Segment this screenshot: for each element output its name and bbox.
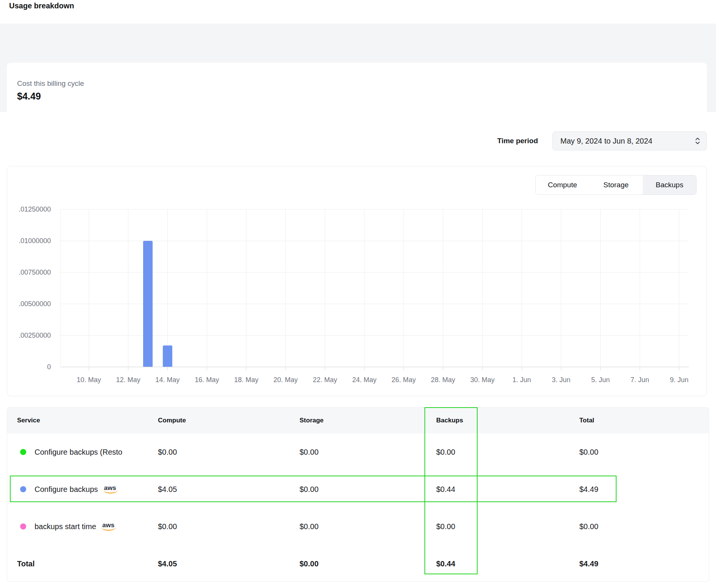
x-axis-tick-label: 20. May (273, 376, 298, 384)
time-period-select[interactable]: May 9, 2024 to Jun 8, 2024 (552, 131, 707, 150)
x-axis-tick-label: 1. Jun (513, 376, 531, 384)
cell-backups: $0.00 (436, 433, 455, 471)
y-axis-tick-label: .01000000 (19, 237, 51, 245)
x-axis-tick-label: 24. May (352, 376, 377, 384)
x-axis-tick-label: 18. May (234, 376, 259, 384)
x-axis-tick-label: 12. May (116, 376, 140, 384)
total-storage: $0.00 (300, 545, 319, 582)
x-axis-tick-label: 26. May (391, 376, 416, 384)
column-header-compute: Compute (158, 408, 186, 433)
tab-storage[interactable]: Storage (589, 175, 643, 194)
usage-table: ServiceComputeStorageBackupsTotal Config… (7, 407, 709, 582)
bar-14-May (163, 346, 172, 367)
cell-total: $4.49 (579, 471, 598, 508)
service-name: Configure backups (Resto (35, 448, 122, 457)
service-cell: backups start timeaws (35, 508, 114, 545)
x-axis-tick-label: 5. Jun (591, 376, 610, 384)
cell-total: $0.00 (579, 508, 598, 545)
service-name: backups start time (35, 522, 96, 531)
chevron-up-down-icon (695, 137, 700, 145)
column-header-service: Service (17, 408, 40, 433)
service-cell: Configure backups (Resto (35, 433, 122, 471)
cell-storage: $0.00 (300, 471, 319, 508)
y-axis-tick-label: .00500000 (19, 300, 51, 308)
cell-backups: $0.44 (436, 471, 455, 508)
service-cell: Configure backupsaws (35, 471, 116, 508)
x-axis-tick-label: 28. May (431, 376, 455, 384)
cell-compute: $4.05 (158, 471, 177, 508)
aws-logo-icon: aws (104, 485, 116, 493)
total-row-label: Total (17, 545, 35, 582)
cell-backups: $0.00 (436, 508, 455, 545)
series-color-dot (20, 523, 26, 530)
y-axis-tick-label: .01250000 (19, 205, 51, 213)
usage-chart-card: .01250000.01000000.00750000.00500000.002… (7, 166, 707, 396)
column-header-total: Total (579, 408, 594, 433)
series-color-dot (20, 486, 26, 492)
x-axis-tick-label: 10. May (77, 376, 101, 384)
table-row[interactable]: Configure backups (Resto$0.00$0.00$0.00$… (7, 433, 709, 471)
bar-13-May (143, 241, 153, 367)
cost-card: Cost this billing cycle $4.49 (7, 63, 707, 120)
column-header-storage: Storage (300, 408, 323, 433)
chart-series-tabs: ComputeStorageBackups (535, 175, 697, 195)
y-axis-tick-label: .00250000 (19, 332, 51, 339)
table-row[interactable]: backups start timeaws$0.00$0.00$0.00$0.0… (7, 508, 709, 545)
column-header-backups: Backups (436, 408, 463, 433)
x-axis-tick-label: 7. Jun (631, 376, 649, 384)
x-axis-tick-label: 3. Jun (552, 376, 570, 384)
series-color-dot (20, 449, 26, 455)
x-axis-tick-label: 14. May (155, 376, 180, 384)
cell-storage: $0.00 (300, 508, 319, 545)
time-period-label: Time period (497, 137, 538, 145)
usage-bar-chart: .01250000.01000000.00750000.00500000.002… (7, 166, 707, 396)
total-total: $4.49 (579, 545, 598, 582)
aws-logo-icon: aws (102, 523, 114, 531)
cost-card-label: Cost this billing cycle (17, 79, 84, 88)
cell-compute: $0.00 (158, 508, 177, 545)
table-header-row: ServiceComputeStorageBackupsTotal (7, 408, 709, 433)
service-name: Configure backups (35, 485, 98, 494)
table-row[interactable]: Configure backupsaws$4.05$0.00$0.44$4.49 (7, 471, 709, 508)
cell-compute: $0.00 (158, 433, 177, 471)
y-axis-tick-label: 0 (47, 363, 51, 371)
x-axis-tick-label: 9. Jun (670, 376, 688, 384)
cost-card-value: $4.49 (17, 91, 41, 102)
total-backups: $0.44 (436, 545, 455, 582)
page-title: Usage breakdown (9, 2, 74, 10)
time-period-value: May 9, 2024 to Jun 8, 2024 (560, 137, 652, 145)
table-total-row: Total$4.05$0.00$0.44$4.49 (7, 545, 709, 582)
y-axis-tick-label: .00750000 (19, 269, 51, 276)
x-axis-tick-label: 16. May (195, 376, 219, 384)
tab-compute[interactable]: Compute (536, 175, 589, 194)
summary-section: Cost this billing cycle $4.49 (0, 24, 716, 112)
x-axis-tick-label: 30. May (470, 376, 495, 384)
cell-total: $0.00 (579, 433, 598, 471)
total-compute: $4.05 (158, 545, 177, 582)
cell-storage: $0.00 (300, 433, 319, 471)
x-axis-tick-label: 22. May (313, 376, 337, 384)
time-period-row: Time period May 9, 2024 to Jun 8, 2024 (0, 131, 707, 150)
tab-backups[interactable]: Backups (643, 175, 696, 194)
